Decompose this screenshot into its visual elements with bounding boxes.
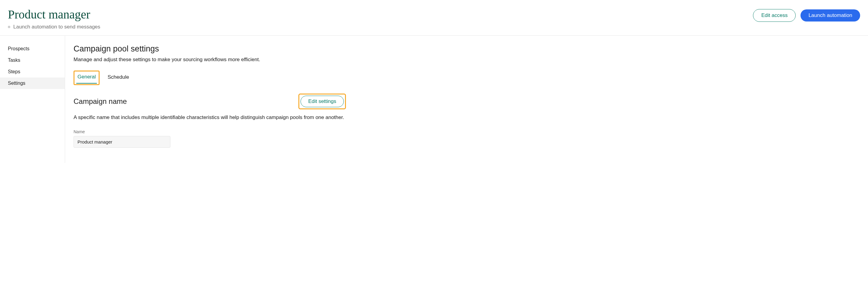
campaign-name-heading: Campaign name [73,97,127,106]
sidebar-item-steps[interactable]: Steps [0,66,65,78]
campaign-name-description: A specific name that includes multiple i… [73,114,346,121]
header-actions: Edit access Launch automation [753,7,860,22]
sidebar: Prospects Tasks Steps Settings [0,36,65,163]
tab-schedule[interactable]: Schedule [106,72,130,83]
status-row: Launch automation to send messages [8,24,100,30]
launch-automation-button[interactable]: Launch automation [801,9,860,22]
sidebar-item-prospects[interactable]: Prospects [0,43,65,55]
status-text: Launch automation to send messages [13,24,100,30]
tabs: General Schedule [73,70,860,85]
main-content: Campaign pool settings Manage and adjust… [65,36,868,163]
status-dot-icon [8,26,10,28]
name-field-group: Name [73,129,860,148]
header-left: Product manager Launch automation to sen… [8,7,100,30]
tab-general[interactable]: General [76,72,97,84]
settings-title: Campaign pool settings [73,44,860,54]
campaign-name-header-row: Campaign name Edit settings [73,94,346,109]
page-header: Product manager Launch automation to sen… [0,0,868,36]
name-field-label: Name [73,129,860,134]
sidebar-item-settings[interactable]: Settings [0,78,65,89]
page-title: Product manager [8,7,100,22]
settings-description: Manage and adjust these settings to make… [73,57,860,63]
highlight-edit-settings: Edit settings [299,94,346,109]
edit-access-button[interactable]: Edit access [753,9,796,22]
sidebar-item-tasks[interactable]: Tasks [0,55,65,66]
name-input [73,136,170,148]
body-area: Prospects Tasks Steps Settings Campaign … [0,36,868,163]
edit-settings-button[interactable]: Edit settings [301,96,344,107]
highlight-general-tab: General [73,70,100,85]
